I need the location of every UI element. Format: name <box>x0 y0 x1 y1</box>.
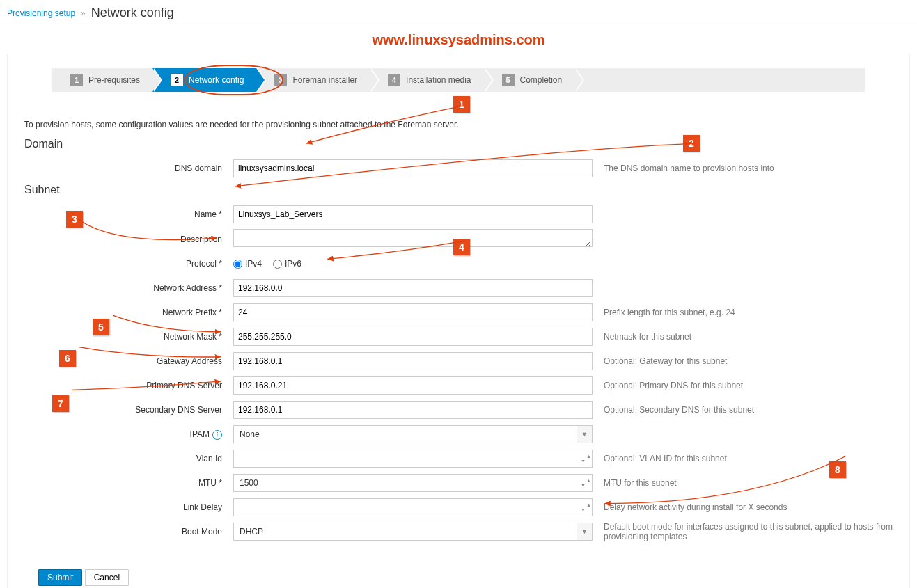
secondary-dns-help: Optional: Secondary DNS for this subnet <box>593 405 893 415</box>
subnet-name-input[interactable] <box>233 205 593 223</box>
primary-dns-label: Primary DNS Server <box>24 381 233 390</box>
section-title-domain: Domain <box>24 138 893 150</box>
gateway-input[interactable] <box>233 352 593 370</box>
vlan-id-help: Optional: VLAN ID for this subnet <box>593 454 893 463</box>
info-icon[interactable]: i <box>212 430 222 440</box>
annotation-badge-6: 6 <box>59 350 76 367</box>
annotation-badge-2: 2 <box>683 135 700 152</box>
stepper-icon: ▲▼ <box>581 502 592 512</box>
network-prefix-help: Prefix length for this subnet, e.g. 24 <box>593 308 893 317</box>
network-mask-input[interactable] <box>233 328 593 346</box>
protocol-ipv6-radio[interactable]: IPv6 <box>273 259 301 269</box>
network-mask-label: Network Mask * <box>24 332 233 342</box>
wizard-step-network-config[interactable]: 2 Network config <box>152 68 256 92</box>
link-delay-input[interactable]: ▲▼ <box>233 498 593 516</box>
gateway-label: Gateway Address <box>24 356 233 366</box>
network-address-label: Network Address * <box>24 283 233 293</box>
page-body: 1 Pre-requisites 2 Network config 3 Fore… <box>7 54 910 588</box>
annotation-badge-7: 7 <box>52 395 69 412</box>
network-address-input[interactable] <box>233 279 593 297</box>
chevron-down-icon: ▼ <box>577 426 592 443</box>
link-delay-label: Link Delay <box>24 502 233 512</box>
network-mask-help: Netmask for this subnet <box>593 332 893 342</box>
wizard-step-label: Pre-requisites <box>88 75 140 85</box>
link-delay-help: Delay network activity during install fo… <box>593 502 893 512</box>
wizard-step-installation-media[interactable]: 4 Installation media <box>370 68 483 92</box>
ipam-label: IPAMi <box>24 429 233 440</box>
wizard-step-number: 1 <box>70 74 83 86</box>
primary-dns-input[interactable] <box>233 376 593 395</box>
protocol-ipv4-radio[interactable]: IPv4 <box>233 259 262 269</box>
wizard-step-number: 2 <box>171 74 183 86</box>
gateway-help: Optional: Gateway for this subnet <box>593 356 893 366</box>
description-textarea[interactable] <box>233 229 593 247</box>
wizard-steps: 1 Pre-requisites 2 Network config 3 Fore… <box>52 68 865 92</box>
wizard-step-label: Completion <box>520 75 563 85</box>
watermark-text: www.linuxsysadmins.com <box>0 26 917 54</box>
breadcrumb-root-link[interactable]: Provisioning setup <box>7 8 75 18</box>
secondary-dns-input[interactable] <box>233 401 593 419</box>
cancel-button[interactable]: Cancel <box>85 569 129 586</box>
wizard-step-completion[interactable]: 5 Completion <box>484 68 575 92</box>
annotation-badge-5: 5 <box>93 319 109 335</box>
mtu-input[interactable]: 1500 ▲▼ <box>233 474 593 492</box>
annotation-badge-4: 4 <box>453 239 470 255</box>
breadcrumb: Provisioning setup » Network config <box>0 0 917 26</box>
primary-dns-help: Optional: Primary DNS for this subnet <box>593 381 893 390</box>
annotation-badge-1: 1 <box>453 96 470 113</box>
wizard-step-number: 3 <box>274 74 287 86</box>
intro-text: To provision hosts, some configuration v… <box>24 120 893 129</box>
dns-domain-help: The DNS domain name to provision hosts i… <box>593 164 893 173</box>
stepper-icon: ▲▼ <box>581 454 592 463</box>
wizard-step-number: 4 <box>388 74 400 86</box>
wizard-step-label: Network config <box>189 75 244 85</box>
protocol-label: Protocol * <box>24 259 233 269</box>
boot-mode-label: Boot Mode <box>24 527 233 537</box>
wizard-step-foreman-installer[interactable]: 3 Foreman installer <box>256 68 370 92</box>
vlan-id-input[interactable]: ▲▼ <box>233 450 593 468</box>
chevron-down-icon: ▼ <box>577 523 592 540</box>
mtu-label: MTU * <box>24 478 233 488</box>
section-title-subnet: Subnet <box>24 184 893 196</box>
dns-domain-input[interactable] <box>233 159 593 177</box>
network-prefix-input[interactable] <box>233 303 593 321</box>
ipam-select[interactable]: None ▼ <box>233 425 593 443</box>
network-prefix-label: Network Prefix * <box>24 308 233 317</box>
vlan-id-label: Vlan Id <box>24 454 233 463</box>
breadcrumb-separator-icon: » <box>81 8 86 18</box>
page-title: Network config <box>91 6 174 20</box>
annotation-badge-8: 8 <box>829 461 846 478</box>
description-label: Description <box>24 235 233 244</box>
stepper-icon: ▲▼ <box>581 478 592 488</box>
boot-mode-select[interactable]: DHCP ▼ <box>233 523 593 541</box>
dns-domain-label: DNS domain <box>24 164 233 173</box>
wizard-step-label: Installation media <box>406 75 471 85</box>
wizard-step-prerequisites[interactable]: 1 Pre-requisites <box>52 68 152 92</box>
subnet-name-label: Name * <box>24 209 233 219</box>
annotation-badge-3: 3 <box>66 211 83 228</box>
boot-mode-help: Default boot mode for interfaces assigne… <box>593 522 893 541</box>
mtu-help: MTU for this subnet <box>593 478 893 488</box>
wizard-step-label: Foreman installer <box>292 75 357 85</box>
wizard-step-number: 5 <box>502 74 515 86</box>
submit-button[interactable]: Submit <box>38 569 82 586</box>
